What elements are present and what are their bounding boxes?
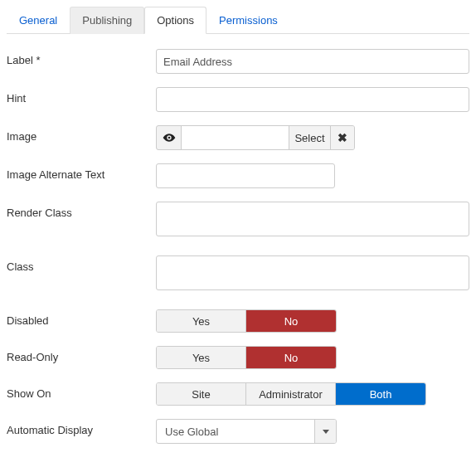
close-icon: ✖ <box>338 131 347 144</box>
show-on-admin[interactable]: Administrator <box>246 383 336 405</box>
readonly-no[interactable]: No <box>246 347 336 368</box>
auto-display-label: Automatic Display <box>7 419 156 436</box>
disabled-no[interactable]: No <box>246 310 336 332</box>
image-picker: Select ✖ <box>156 125 355 150</box>
render-class-field[interactable] <box>156 202 469 236</box>
hint-label: Hint <box>7 87 156 105</box>
disabled-yes[interactable]: Yes <box>157 310 246 332</box>
auto-display-value: Use Global <box>157 420 314 443</box>
image-path <box>182 126 289 149</box>
readonly-label: Read-Only <box>7 346 156 363</box>
show-on-site[interactable]: Site <box>157 383 246 405</box>
image-alt-label: Image Alternate Text <box>7 163 156 181</box>
tab-permissions[interactable]: Permissions <box>206 7 290 34</box>
hint-field[interactable] <box>156 87 469 112</box>
show-on-label: Show On <box>7 382 156 400</box>
show-on-both[interactable]: Both <box>336 383 425 405</box>
auto-display-select[interactable]: Use Global <box>156 419 337 444</box>
options-form: Label * Hint Image Select ✖ Image A <box>7 49 469 444</box>
tab-options[interactable]: Options <box>144 7 206 34</box>
disabled-label: Disabled <box>7 309 156 327</box>
image-label: Image <box>7 125 156 143</box>
class-label: Class <box>7 255 156 273</box>
tab-bar: General Publishing Options Permissions <box>7 7 469 34</box>
readonly-toggle: Yes No <box>156 346 337 369</box>
label-field[interactable] <box>156 49 469 74</box>
image-alt-field[interactable] <box>156 163 335 188</box>
tab-general[interactable]: General <box>7 7 70 34</box>
image-clear-button[interactable]: ✖ <box>331 126 354 149</box>
tab-publishing[interactable]: Publishing <box>70 7 144 34</box>
image-select-button[interactable]: Select <box>289 126 331 149</box>
caret-icon <box>323 430 329 434</box>
class-field[interactable] <box>156 255 469 290</box>
disabled-toggle: Yes No <box>156 309 337 333</box>
eye-icon[interactable] <box>157 126 182 149</box>
chevron-down-icon[interactable] <box>314 420 336 443</box>
label-label: Label * <box>7 49 156 66</box>
render-class-label: Render Class <box>7 202 156 219</box>
readonly-yes[interactable]: Yes <box>157 347 246 368</box>
show-on-toggle: Site Administrator Both <box>156 382 426 406</box>
